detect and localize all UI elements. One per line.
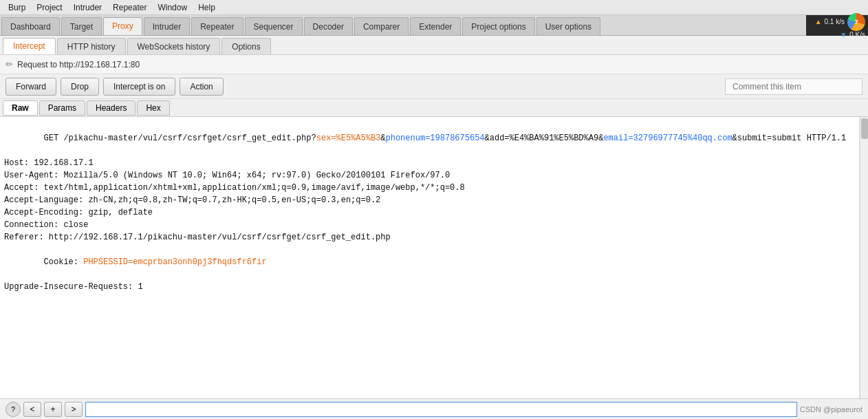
tab-extender[interactable]: Extender — [410, 17, 461, 35]
menu-repeater[interactable]: Repeater — [107, 1, 152, 14]
speed-up-value: 0.1 k/s — [825, 18, 845, 25]
http-line-1: GET /pikachu-master/vul/csrf/csrfget/csr… — [4, 120, 855, 157]
bottom-bar: ? < + > CSDN @pipaeurot — [0, 398, 868, 419]
tab-options[interactable]: Options — [221, 38, 270, 54]
pencil-icon: ✏ — [6, 59, 13, 69]
tab-params[interactable]: Params — [39, 100, 85, 116]
menu-project[interactable]: Project — [31, 1, 67, 14]
forward-button[interactable]: Forward — [6, 78, 56, 96]
menu-help[interactable]: Help — [193, 1, 221, 14]
tab-project-options[interactable]: Project options — [462, 17, 534, 35]
menu-intruder[interactable]: Intruder — [68, 1, 107, 14]
toolbar: Forward Drop Intercept is on Action — [0, 74, 868, 99]
scrollbar[interactable] — [860, 117, 868, 398]
request-url: Request to http://192.168.17.1:80 — [17, 60, 140, 69]
main-tab-bar: Dashboard Target Proxy Intruder Repeater… — [0, 15, 868, 36]
action-button[interactable]: Action — [180, 78, 223, 96]
watermark: CSDN @pipaeurot — [800, 405, 862, 413]
tab-target[interactable]: Target — [61, 17, 102, 35]
back-button[interactable]: < — [23, 402, 41, 417]
http-line-10: Upgrade-Insecure-Requests: 1 — [4, 281, 855, 293]
search-input[interactable] — [85, 402, 797, 417]
speed-down-icon: ▼ — [840, 31, 847, 39]
http-line-2: Host: 192.168.17.1 — [4, 157, 855, 169]
tab-proxy[interactable]: Proxy — [103, 17, 142, 35]
http-line-4: Accept: text/html,application/xhtml+xml,… — [4, 182, 855, 194]
help-button[interactable]: ? — [6, 402, 21, 417]
http-line-6: Accept-Encoding: gzip, deflate — [4, 206, 855, 219]
tab-repeater[interactable]: Repeater — [191, 17, 243, 35]
http-line-3: User-Agent: Mozilla/5.0 (Windows NT 10.0… — [4, 169, 855, 182]
menu-burp[interactable]: Burp — [3, 1, 31, 14]
tab-comparer[interactable]: Comparer — [354, 17, 409, 35]
format-tab-bar: Raw Params Headers Hex — [0, 99, 868, 117]
menu-window[interactable]: Window — [152, 1, 193, 14]
http-line-8: Referer: http://192.168.17.1/pikachu-mas… — [4, 231, 855, 244]
tab-sequencer[interactable]: Sequencer — [245, 17, 303, 35]
http-line-9: Cookie: PHPSESSID=emcprban3onh0pj3fhqdsf… — [4, 244, 855, 281]
tab-intercept[interactable]: Intercept — [3, 38, 56, 54]
tab-http-history[interactable]: HTTP history — [57, 38, 126, 54]
http-line-5: Accept-Language: zh-CN,zh;q=0.8,zh-TW;q=… — [4, 194, 855, 206]
request-bar: ✏ Request to http://192.168.17.1:80 — [0, 55, 868, 74]
tab-websockets-history[interactable]: WebSockets history — [127, 38, 221, 54]
tab-dashboard[interactable]: Dashboard — [1, 17, 60, 35]
add-button[interactable]: + — [44, 402, 62, 417]
comment-input[interactable] — [725, 78, 862, 95]
tab-intruder[interactable]: Intruder — [144, 17, 190, 35]
next-button[interactable]: > — [65, 402, 83, 417]
http-content: GET /pikachu-master/vul/csrf/csrfget/csr… — [0, 117, 860, 398]
speed-down-value: 0 K/s — [849, 31, 865, 39]
speed-circle: 7 — [847, 13, 865, 31]
http-line-7: Connection: close — [4, 219, 855, 231]
sub-tab-bar: Intercept HTTP history WebSockets histor… — [0, 36, 868, 55]
content-wrapper: GET /pikachu-master/vul/csrf/csrfget/csr… — [0, 117, 868, 398]
tab-decoder[interactable]: Decoder — [304, 17, 353, 35]
speed-up-icon: ▲ — [815, 18, 822, 25]
tab-user-options[interactable]: User options — [536, 17, 600, 35]
tab-raw[interactable]: Raw — [3, 100, 38, 116]
tab-headers[interactable]: Headers — [87, 100, 135, 116]
menu-bar: Burp Project Intruder Repeater Window He… — [0, 0, 868, 15]
speed-widget: ▲ 0.1 k/s 7 ▼ 0 K/s — [806, 15, 868, 36]
drop-button[interactable]: Drop — [61, 78, 99, 96]
scrollbar-thumb[interactable] — [861, 118, 868, 139]
tab-hex[interactable]: Hex — [137, 100, 169, 116]
intercept-button[interactable]: Intercept is on — [103, 78, 175, 96]
